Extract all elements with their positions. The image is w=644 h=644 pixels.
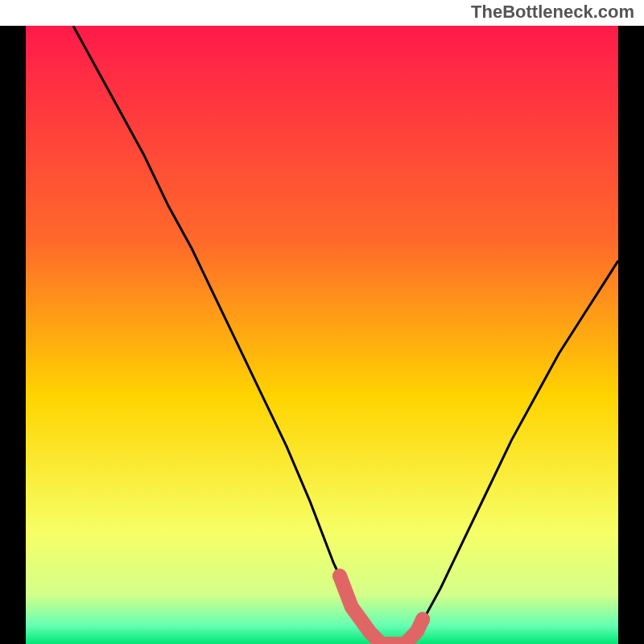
frame-left [0, 26, 26, 644]
watermark-label: TheBottleneck.com [471, 2, 634, 23]
frame-right [618, 26, 644, 644]
optimal-zone-endpoint [415, 612, 430, 626]
gradient-background [26, 26, 618, 644]
chart-svg [0, 26, 644, 644]
optimal-zone-endpoint [332, 569, 347, 584]
bottleneck-chart [0, 26, 644, 644]
